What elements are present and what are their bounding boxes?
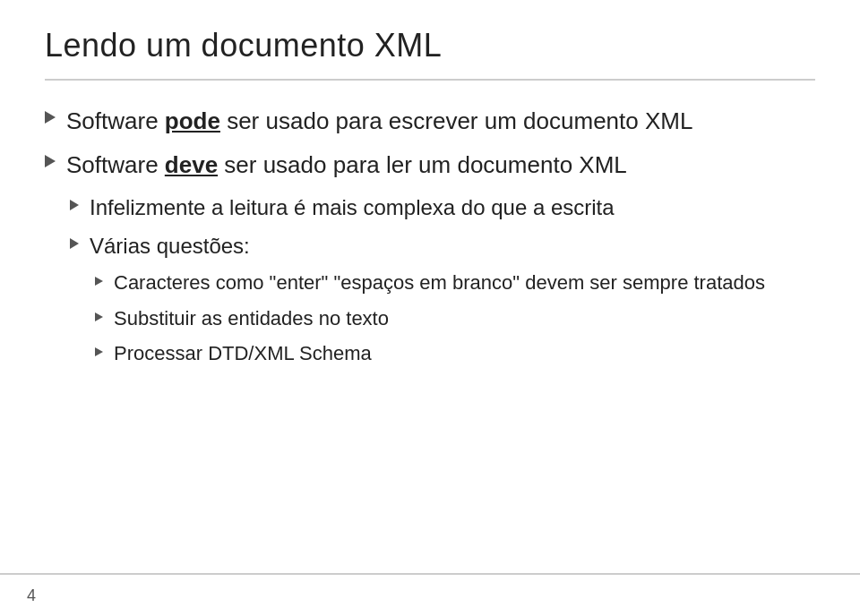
highlight-pode: pode [165, 107, 220, 134]
sub-bullet-item-1: Infelizmente a leitura é mais complexa d… [70, 193, 815, 222]
sub-bullet-item-2: Várias questões: [70, 232, 815, 261]
sub-sub-bullet-item-2: Substituir as entidades no texto [95, 305, 815, 332]
sub-sub-bullet-item-1: Caracteres como "enter" "espaços em bran… [95, 270, 815, 296]
bullet-item-2: Software deve ser usado para ler um docu… [45, 150, 815, 181]
sub-sub-bullet-icon-3 [95, 347, 103, 356]
content-area: Software pode ser usado para escrever um… [45, 106, 815, 571]
sub-bullet-icon-2 [70, 238, 79, 249]
slide-container: Lendo um documento XML Software pode ser… [0, 0, 860, 616]
bullet-text-2: Software deve ser usado para ler um docu… [66, 150, 627, 181]
sub-bullet-text-1: Infelizmente a leitura é mais complexa d… [90, 193, 615, 222]
bullet-item-1: Software pode ser usado para escrever um… [45, 106, 815, 137]
slide-footer: 4 [0, 573, 860, 616]
sub-sub-bullet-icon-2 [95, 312, 103, 321]
sub-sub-bullet-text-1: Caracteres como "enter" "espaços em bran… [114, 270, 765, 296]
sub-sub-bullet-text-2: Substituir as entidades no texto [114, 305, 389, 332]
slide-title: Lendo um documento XML [45, 27, 815, 81]
page-number: 4 [27, 586, 36, 605]
sub-sub-bullet-item-3: Processar DTD/XML Schema [95, 340, 815, 367]
bullet-icon-1 [45, 111, 56, 124]
sub-sub-bullet-text-3: Processar DTD/XML Schema [114, 340, 372, 367]
sub-sub-bullet-icon-1 [95, 277, 103, 286]
bullet-icon-2 [45, 155, 56, 167]
bullet-text-1: Software pode ser usado para escrever um… [66, 106, 692, 137]
sub-bullet-text-2: Várias questões: [90, 232, 250, 261]
highlight-deve: deve [165, 151, 218, 178]
sub-bullet-icon-1 [70, 200, 79, 210]
